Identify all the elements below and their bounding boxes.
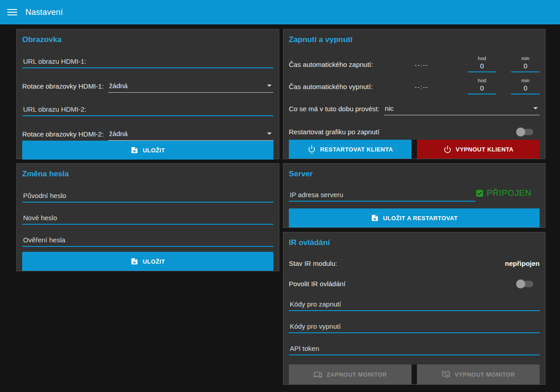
save-obrazovka-label: ULOŽIT (143, 147, 165, 154)
auto-off-hod-group: hod (468, 78, 496, 94)
auto-on-min-input[interactable] (511, 61, 540, 72)
new-password-input[interactable] (22, 213, 273, 225)
api-token-field (289, 344, 540, 355)
monitor-off-label: VYPNOUT MONITOR (455, 371, 515, 378)
panel-zmena-hesla-title: Změna hesla (22, 169, 273, 179)
auto-on-row: Čas automatického zapnutí: --:-- hod min (289, 56, 540, 72)
old-password-input[interactable] (22, 191, 273, 203)
server-ip-input[interactable] (289, 190, 475, 202)
power-settings-icon (307, 145, 316, 154)
auto-on-min-group: min (511, 56, 540, 72)
url-hdmi2-input[interactable] (22, 104, 273, 116)
restart-gpu-row: Restartovat grafiku po zapnutí (289, 128, 540, 136)
hod-label: hod (478, 56, 486, 61)
ir-codes-on-input[interactable] (289, 299, 540, 311)
monitor-off-button[interactable]: VYPNOUT MONITOR (417, 364, 540, 384)
url-hdmi1-input[interactable] (22, 57, 273, 68)
auto-off-time-display[interactable]: --:-- (415, 84, 430, 94)
shutdown-client-label: VYPNOUT KLIENTA (456, 146, 514, 153)
action-row: Co se má v tuto dobu provést: nic (289, 104, 540, 115)
auto-on-hod-input[interactable] (468, 61, 496, 72)
rotace-hdmi2-row: Rotace obrazovky HDMI-2: žádná (22, 129, 273, 141)
ir-enable-row: Povolit IR ovládání (289, 280, 540, 288)
settings-content: Obrazovka Rotace obrazovky HDMI-1: žádná… (0, 24, 560, 392)
right-column: Zapnutí a vypnutí Čas automatického zapn… (283, 29, 546, 385)
ir-status-row: Stav IR modulu: nepřipojen (289, 260, 540, 267)
panel-obrazovka-title: Obrazovka (22, 35, 273, 45)
server-button-row: ULOŽIT A RESTARTOVAT (289, 208, 540, 227)
rotace-hdmi1-select[interactable]: žádná (108, 81, 273, 93)
checkbox-check-icon (475, 189, 484, 198)
auto-on-time-display[interactable]: --:-- (415, 61, 430, 72)
save-icon (371, 214, 379, 222)
auto-off-hod-input[interactable] (468, 84, 496, 94)
verify-password-input[interactable] (22, 235, 273, 247)
restart-client-label: RESTARTOVAT KLIENTA (320, 146, 393, 153)
verify-password-field (22, 235, 273, 247)
rotace-hdmi2-value: žádná (109, 130, 128, 137)
rotace-hdmi1-row: Rotace obrazovky HDMI-1: žádná (22, 81, 273, 93)
chevron-down-icon (533, 107, 538, 109)
ir-enable-label: Povolit IR ovládání (289, 280, 345, 288)
restart-gpu-toggle[interactable] (517, 129, 533, 135)
ir-status-label: Stav IR modulu: (289, 260, 337, 267)
action-select[interactable]: nic (384, 104, 540, 115)
server-ip-row: PŘIPOJEN (289, 188, 540, 202)
auto-off-row: Čas automatického vypnutí: --:-- hod min (289, 78, 540, 94)
save-icon (130, 146, 139, 154)
server-status-badge: PŘIPOJEN (475, 188, 531, 202)
api-token-input[interactable] (289, 344, 540, 355)
ir-codes-off-input[interactable] (289, 321, 540, 333)
save-icon (130, 257, 139, 265)
ir-enable-toggle[interactable] (517, 281, 533, 287)
monitor-on-button[interactable]: ZAPNOUT MONITOR (289, 364, 412, 384)
new-password-field (22, 213, 273, 225)
zapnuti-button-row: RESTARTOVAT KLIENTA VYPNOUT KLIENTA (289, 140, 540, 159)
save-restart-label: ULOŽIT A RESTARTOVAT (383, 215, 458, 222)
save-obrazovka-button[interactable]: ULOŽIT (22, 141, 273, 160)
restart-gpu-label: Restartovat grafiku po zapnutí (289, 128, 379, 136)
panel-ir: IR ovládání Stav IR modulu: nepřipojen P… (283, 232, 546, 385)
chevron-down-icon (267, 85, 272, 87)
panel-ir-title: IR ovládání (289, 238, 540, 248)
panel-zapnuti-title: Zapnutí a vypnutí (289, 35, 540, 45)
save-password-label: ULOŽIT (143, 258, 165, 265)
devices-icon (313, 370, 322, 379)
save-restart-button[interactable]: ULOŽIT A RESTARTOVAT (289, 208, 540, 227)
shutdown-client-button[interactable]: VYPNOUT KLIENTA (417, 140, 540, 159)
rotace-hdmi2-select[interactable]: žádná (108, 129, 273, 141)
power-icon (443, 145, 452, 154)
server-status-label: PŘIPOJEN (487, 188, 531, 198)
action-label: Co se má v tuto dobu provést: (289, 105, 379, 115)
restart-client-button[interactable]: RESTARTOVAT KLIENTA (289, 140, 412, 159)
obrazovka-button-row: ULOŽIT (22, 141, 273, 160)
app-header: Nastavení (0, 0, 560, 24)
panel-zmena-hesla: Změna hesla (16, 163, 279, 271)
old-password-field (22, 191, 273, 203)
url-hdmi1-field (22, 57, 273, 68)
url-hdmi2-field (22, 104, 273, 116)
auto-off-min-group: min (511, 78, 540, 94)
rotace-hdmi1-label: Rotace obrazovky HDMI-1: (22, 82, 104, 93)
ir-codes-off-field (289, 321, 540, 333)
hod-label: hod (478, 78, 486, 84)
auto-on-hod-group: hod (468, 56, 496, 72)
panel-server: Server PŘIPOJEN (283, 163, 546, 228)
save-password-button[interactable]: ULOŽIT (22, 252, 273, 271)
monitor-off-icon (441, 370, 450, 379)
ir-codes-on-field (289, 299, 540, 311)
panel-obrazovka: Obrazovka Rotace obrazovky HDMI-1: žádná… (16, 29, 279, 159)
auto-off-min-input[interactable] (511, 84, 540, 94)
ir-button-row: ZAPNOUT MONITOR VYPNOUT MONITOR (289, 364, 540, 384)
page-title: Nastavení (25, 8, 63, 17)
min-label: min (522, 56, 530, 61)
rotace-hdmi1-value: žádná (109, 82, 128, 90)
panel-zapnuti: Zapnutí a vypnutí Čas automatického zapn… (283, 29, 546, 159)
chevron-down-icon (267, 132, 272, 135)
monitor-on-label: ZAPNOUT MONITOR (326, 371, 387, 378)
auto-off-label: Čas automatického vypnutí: (289, 83, 415, 94)
action-value: nic (385, 104, 393, 112)
zmena-hesla-button-row: ULOŽIT (22, 252, 273, 271)
menu-icon[interactable] (7, 9, 17, 15)
ir-status-value: nepřipojen (505, 260, 540, 267)
